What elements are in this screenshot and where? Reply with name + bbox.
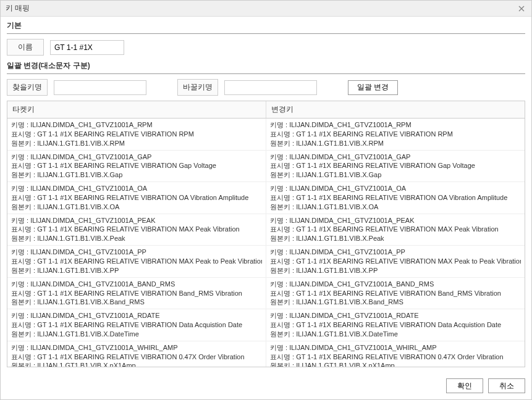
table-row[interactable]: 키명 : ILIJAN.DIMDA_CH1_GTVZ1001A_OA표시명 : … — [7, 182, 525, 214]
display-line: 표시명 : GT 1-1 #1X BEARING RELATIVE VIBRAT… — [270, 289, 521, 298]
display-line: 표시명 : GT 1-1 #1X BEARING RELATIVE VIBRAT… — [11, 130, 262, 139]
keyname-line: 키명 : ILIJAN.DIMDA_CH1_GTVZ1001A_RPM — [270, 120, 521, 130]
table-row[interactable]: 키명 : ILIJAN.DIMDA_CH1_GTVZ1001A_RPM표시명 :… — [7, 119, 525, 151]
display-line: 표시명 : GT 1-1 #1X BEARING RELATIVE VIBRAT… — [11, 161, 262, 170]
dialog-footer: 확인 취소 — [1, 378, 531, 399]
table-row[interactable]: 키명 : ILIJAN.DIMDA_CH1_GTVZ1001A_PP표시명 : … — [7, 246, 525, 278]
display-line: 표시명 : GT 1-1 #1X BEARING RELATIVE VIBRAT… — [270, 193, 521, 202]
name-label: 이름 — [7, 39, 44, 56]
origin-line: 원본키 : ILIJAN.1.GT1.B1.VIB.X.Peak — [11, 234, 262, 243]
change-cell: 키명 : ILIJAN.DIMDA_CH1_GTVZ1001A_GAP표시명 :… — [266, 151, 525, 182]
origin-line: 원본키 : ILIJAN.1.GT1.B1.VIB.X.Band_RMS — [270, 298, 521, 307]
keyname-line: 키명 : ILIJAN.DIMDA_CH1_GTVZ1001A_GAP — [270, 152, 521, 162]
change-cell: 키명 : ILIJAN.DIMDA_CH1_GTVZ1001A_PEAK표시명 … — [266, 214, 525, 246]
display-line: 표시명 : GT 1-1 #1X BEARING RELATIVE VIBRAT… — [11, 289, 262, 298]
bulk-row: 찾을키명 바꿀키명 일괄 변경 — [7, 79, 525, 96]
table-row[interactable]: 키명 : ILIJAN.DIMDA_CH1_GTVZ1001A_PEAK표시명 … — [7, 214, 525, 246]
display-line: 표시명 : GT 1-1 #1X BEARING RELATIVE VIBRAT… — [11, 225, 262, 234]
keyname-line: 키명 : ILIJAN.DIMDA_CH1_GTVZ1001A_PEAK — [11, 216, 262, 225]
display-line: 표시명 : GT 1-1 #1X BEARING RELATIVE VIBRAT… — [270, 225, 521, 234]
table-body[interactable]: 키명 : ILIJAN.DIMDA_CH1_GTVZ1001A_RPM표시명 :… — [7, 119, 525, 367]
keyname-line: 키명 : ILIJAN.DIMDA_CH1_GTVZ1001A_WHIRL_AM… — [270, 343, 521, 352]
replace-input[interactable] — [224, 80, 317, 95]
table-row[interactable]: 키명 : ILIJAN.DIMDA_CH1_GTVZ1001A_RDATE표시명… — [7, 309, 525, 341]
origin-line: 원본키 : ILIJAN.1.GT1.B1.VIB.X.PP — [11, 266, 262, 275]
origin-line: 원본키 : ILIJAN.1.GT1.B1.VIB.X.DateTime — [270, 330, 521, 339]
origin-line: 원본키 : ILIJAN.1.GT1.B1.VIB.X.Band_RMS — [11, 298, 262, 307]
origin-line: 원본키 : ILIJAN.1.GT1.B1.VIB.X.Gap — [270, 170, 521, 180]
divider — [7, 33, 525, 34]
change-cell: 키명 : ILIJAN.DIMDA_CH1_GTVZ1001A_RDATE표시명… — [266, 309, 525, 341]
cancel-button[interactable]: 취소 — [488, 378, 525, 393]
divider — [7, 73, 525, 74]
keyname-line: 키명 : ILIJAN.DIMDA_CH1_GTVZ1001A_WHIRL_AM… — [11, 343, 262, 352]
change-cell: 키명 : ILIJAN.DIMDA_CH1_GTVZ1001A_PP표시명 : … — [266, 246, 525, 277]
target-cell: 키명 : ILIJAN.DIMDA_CH1_GTVZ1001A_PEAK표시명 … — [7, 214, 266, 246]
table-row[interactable]: 키명 : ILIJAN.DIMDA_CH1_GTVZ1001A_GAP표시명 :… — [7, 151, 525, 183]
origin-line: 원본키 : ILIJAN.1.GT1.B1.VIB.X.DateTime — [11, 330, 262, 339]
origin-line: 원본키 : ILIJAN.1.GT1.B1.VIB.X.RPM — [11, 139, 262, 148]
find-input[interactable] — [54, 80, 146, 95]
bulk-change-button[interactable]: 일괄 변경 — [348, 80, 398, 95]
origin-line: 원본키 : ILIJAN.1.GT1.B1.VIB.X.nX1Amp — [11, 361, 262, 367]
origin-line: 원본키 : ILIJAN.1.GT1.B1.VIB.X.RPM — [270, 139, 521, 148]
display-line: 표시명 : GT 1-1 #1X BEARING RELATIVE VIBRAT… — [270, 352, 521, 362]
keyname-line: 키명 : ILIJAN.DIMDA_CH1_GTVZ1001A_OA — [11, 184, 262, 193]
display-line: 표시명 : GT 1-1 #1X BEARING RELATIVE VIBRAT… — [11, 193, 262, 202]
origin-line: 원본키 : ILIJAN.1.GT1.B1.VIB.X.PP — [270, 266, 521, 275]
origin-line: 원본키 : ILIJAN.1.GT1.B1.VIB.X.Peak — [270, 234, 521, 243]
change-cell: 키명 : ILIJAN.DIMDA_CH1_GTVZ1001A_BAND_RMS… — [266, 278, 525, 309]
target-cell: 키명 : ILIJAN.DIMDA_CH1_GTVZ1001A_PP표시명 : … — [7, 246, 266, 277]
change-cell: 키명 : ILIJAN.DIMDA_CH1_GTVZ1001A_OA표시명 : … — [266, 182, 525, 214]
origin-line: 원본키 : ILIJAN.1.GT1.B1.VIB.X.OA — [11, 202, 262, 212]
col-target[interactable]: 타켓키 — [7, 101, 266, 118]
origin-line: 원본키 : ILIJAN.1.GT1.B1.VIB.X.Gap — [11, 170, 262, 180]
target-cell: 키명 : ILIJAN.DIMDA_CH1_GTVZ1001A_RDATE표시명… — [7, 309, 266, 341]
target-cell: 키명 : ILIJAN.DIMDA_CH1_GTVZ1001A_GAP표시명 :… — [7, 151, 266, 182]
target-cell: 키명 : ILIJAN.DIMDA_CH1_GTVZ1001A_OA표시명 : … — [7, 182, 266, 214]
target-cell: 키명 : ILIJAN.DIMDA_CH1_GTVZ1001A_BAND_RMS… — [7, 278, 266, 309]
keyname-line: 키명 : ILIJAN.DIMDA_CH1_GTVZ1001A_PP — [11, 248, 262, 257]
table-row[interactable]: 키명 : ILIJAN.DIMDA_CH1_GTVZ1001A_BAND_RMS… — [7, 278, 525, 310]
replace-label: 바꿀키명 — [177, 79, 218, 96]
display-line: 표시명 : GT 1-1 #1X BEARING RELATIVE VIBRAT… — [270, 130, 521, 139]
display-line: 표시명 : GT 1-1 #1X BEARING RELATIVE VIBRAT… — [11, 257, 262, 266]
window-title: 키 매핑 — [6, 3, 30, 14]
bulk-section-label: 일괄 변경(대소문자 구분) — [7, 60, 525, 71]
name-row: 이름 — [7, 39, 525, 56]
keyname-line: 키명 : ILIJAN.DIMDA_CH1_GTVZ1001A_BAND_RMS — [11, 280, 262, 289]
close-icon[interactable] — [517, 4, 526, 14]
keyname-line: 키명 : ILIJAN.DIMDA_CH1_GTVZ1001A_RPM — [11, 120, 262, 130]
keyname-line: 키명 : ILIJAN.DIMDA_CH1_GTVZ1001A_GAP — [11, 152, 262, 162]
keyname-line: 키명 : ILIJAN.DIMDA_CH1_GTVZ1001A_OA — [270, 184, 521, 193]
key-table: 타켓키 변경키 키명 : ILIJAN.DIMDA_CH1_GTVZ1001A_… — [7, 101, 525, 367]
table-header: 타켓키 변경키 — [7, 101, 525, 119]
target-cell: 키명 : ILIJAN.DIMDA_CH1_GTVZ1001A_WHIRL_AM… — [7, 341, 266, 367]
display-line: 표시명 : GT 1-1 #1X BEARING RELATIVE VIBRAT… — [270, 257, 521, 266]
display-line: 표시명 : GT 1-1 #1X BEARING RELATIVE VIBRAT… — [270, 320, 521, 330]
change-cell: 키명 : ILIJAN.DIMDA_CH1_GTVZ1001A_WHIRL_AM… — [266, 341, 525, 367]
col-change[interactable]: 변경키 — [266, 101, 525, 118]
find-label: 찾을키명 — [7, 79, 48, 96]
keyname-line: 키명 : ILIJAN.DIMDA_CH1_GTVZ1001A_PEAK — [270, 216, 521, 225]
basic-section-label: 기본 — [7, 20, 525, 31]
origin-line: 원본키 : ILIJAN.1.GT1.B1.VIB.X.nX1Amp — [270, 361, 521, 367]
display-line: 표시명 : GT 1-1 #1X BEARING RELATIVE VIBRAT… — [270, 161, 521, 170]
keyname-line: 키명 : ILIJAN.DIMDA_CH1_GTVZ1001A_RDATE — [270, 311, 521, 320]
change-cell: 키명 : ILIJAN.DIMDA_CH1_GTVZ1001A_RPM표시명 :… — [266, 119, 525, 150]
keyname-line: 키명 : ILIJAN.DIMDA_CH1_GTVZ1001A_PP — [270, 248, 521, 257]
table-row[interactable]: 키명 : ILIJAN.DIMDA_CH1_GTVZ1001A_WHIRL_AM… — [7, 341, 525, 367]
name-input[interactable] — [50, 40, 124, 55]
keyname-line: 키명 : ILIJAN.DIMDA_CH1_GTVZ1001A_RDATE — [11, 311, 262, 320]
target-cell: 키명 : ILIJAN.DIMDA_CH1_GTVZ1001A_RPM표시명 :… — [7, 119, 266, 150]
display-line: 표시명 : GT 1-1 #1X BEARING RELATIVE VIBRAT… — [11, 352, 262, 362]
keyname-line: 키명 : ILIJAN.DIMDA_CH1_GTVZ1001A_BAND_RMS — [270, 280, 521, 289]
titlebar: 키 매핑 — [1, 1, 531, 17]
origin-line: 원본키 : ILIJAN.1.GT1.B1.VIB.X.OA — [270, 202, 521, 212]
ok-button[interactable]: 확인 — [446, 378, 483, 393]
display-line: 표시명 : GT 1-1 #1X BEARING RELATIVE VIBRAT… — [11, 320, 262, 330]
key-mapping-dialog: 키 매핑 기본 이름 일괄 변경(대소문자 구분) 찾을키명 바꿀키명 일괄 변… — [0, 0, 532, 400]
